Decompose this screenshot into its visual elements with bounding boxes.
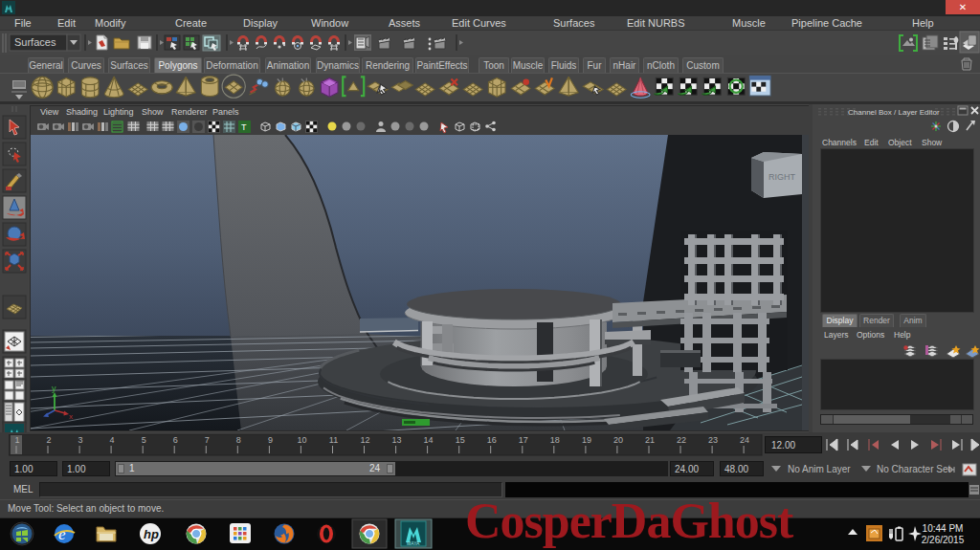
svg-text:6: 6 [173,435,178,445]
svg-text:17: 17 [519,435,528,445]
svg-text:9: 9 [268,435,273,445]
svg-text:10:44 PM: 10:44 PM [923,523,964,534]
svg-text:e: e [58,525,66,543]
svg-text:7: 7 [205,435,210,445]
svg-text:20: 20 [613,435,623,445]
svg-text:2: 2 [46,435,51,445]
svg-text:3: 3 [78,435,83,445]
svg-text:12: 12 [360,435,369,445]
svg-text:13: 13 [392,435,402,445]
svg-text:T: T [241,122,247,132]
svg-text:y: y [52,384,56,393]
svg-text:22: 22 [677,435,686,445]
svg-text:RIGHT: RIGHT [768,172,796,182]
svg-text:15: 15 [456,435,465,445]
svg-text:21: 21 [645,435,655,445]
svg-text:23: 23 [708,435,718,445]
svg-text:18: 18 [550,435,560,445]
svg-text:Surfaces: Surfaces [14,36,56,48]
svg-text:19: 19 [582,435,591,445]
svg-text:1: 1 [14,435,19,445]
svg-text:24: 24 [740,435,749,445]
svg-text:14: 14 [424,435,434,445]
svg-text:16: 16 [487,435,497,445]
svg-text:5: 5 [142,435,146,445]
svg-text:10: 10 [297,435,306,445]
svg-text:hp: hp [144,527,159,541]
svg-text:11: 11 [329,435,338,445]
svg-text:4: 4 [110,435,115,445]
svg-text:MAYA: MAYA [407,540,420,546]
svg-text:2/26/2015: 2/26/2015 [922,535,965,545]
svg-text:8: 8 [236,435,241,445]
svg-text:x: x [69,412,73,421]
